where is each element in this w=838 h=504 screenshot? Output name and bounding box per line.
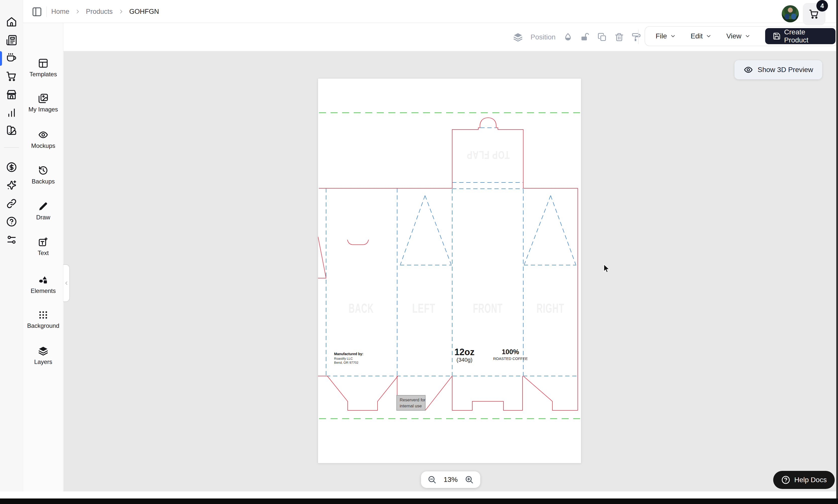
toolbar-divider [638,30,639,44]
position-toolbar-group: Position [513,23,641,51]
orders-icon[interactable] [6,35,17,46]
mfg-text-line2: Roastify LLC [334,357,353,360]
front-sub-text: ROASTED COFFEE [493,356,528,361]
history-icon [38,165,49,176]
chevron-right-icon [118,9,124,14]
rail-divider [4,147,19,148]
store-icon[interactable] [6,89,17,100]
front-pct-text: 100% [502,348,519,356]
icon-rail [0,0,23,491]
show-3d-preview-button[interactable]: Show 3D Preview [734,60,822,79]
position-label[interactable]: Position [530,33,556,41]
window-bottom-strip [0,491,838,499]
reserved-text-line1: Reserverd for [400,398,425,402]
active-indicator [0,51,2,66]
mfg-text-line1: Manufactured by: [334,352,364,356]
front-size-text: 12oz [454,347,474,357]
cart-badge: 4 [816,0,828,12]
mouse-cursor [603,264,611,275]
templates-icon [38,58,49,69]
sidebar-toggle-icon[interactable] [30,6,44,18]
design-canvas[interactable]: Reserverd for internal use TOP FLAP BACK… [64,52,838,491]
zoom-in-icon[interactable] [465,475,474,484]
billing-icon[interactable] [6,162,17,173]
edit-menu[interactable]: Edit [691,32,712,40]
artboard[interactable]: Reserverd for internal use TOP FLAP BACK… [318,78,581,463]
sidebar-item-templates[interactable]: Templates [23,58,63,78]
chevron-down-icon [705,33,712,39]
chevron-right-icon [75,9,81,14]
top-flap-label: TOP FLAP [467,149,510,161]
front-weight-text: (340g) [456,357,472,363]
help-icon[interactable] [6,216,17,227]
text-icon [38,237,49,247]
chevron-down-icon [670,33,676,39]
zoom-out-icon[interactable] [427,475,437,484]
zoom-control: 13% [421,471,480,488]
sidebar-item-layers[interactable]: Layers [23,346,63,365]
breadcrumb-products[interactable]: Products [86,8,113,16]
analytics-icon[interactable] [6,107,17,118]
sidebar-item-text[interactable]: Text [23,237,63,256]
mfg-text-line3: Bend, OR 97702 [334,361,359,364]
panel-label-right: RIGHT [537,301,564,316]
ai-tools-icon[interactable] [6,180,17,191]
layers-position-icon[interactable] [513,32,523,42]
panel-label-left: LEFT [412,301,435,316]
sidebar-item-elements[interactable]: Elements [23,275,63,294]
sidebar-item-draw[interactable]: Draw [23,201,63,221]
bleed-lines [319,113,580,419]
integrations-icon[interactable] [6,198,17,209]
cart-rail-icon[interactable] [6,71,17,82]
unlock-icon[interactable] [580,32,590,42]
tool-sidebar: Templates My Images Mockups Backups Draw… [23,23,63,491]
chevron-down-icon [745,33,751,39]
sidebar-item-backups[interactable]: Backups [23,165,63,185]
file-menu[interactable]: File [656,32,676,40]
products-icon[interactable] [6,53,17,64]
layers-icon [38,346,49,356]
breadcrumb: Home Products GOHFGN [51,0,159,23]
eye-icon [744,65,753,74]
sidebar-collapse-handle[interactable] [63,264,70,302]
images-icon [38,93,49,104]
window-bottom-bar [0,499,838,504]
breadcrumb-divider [46,6,47,17]
view-menu[interactable]: View [726,32,750,40]
trash-icon[interactable] [614,32,624,42]
pencil-icon [38,201,49,212]
breadcrumb-current: GOHFGN [129,8,159,16]
duplicate-icon[interactable] [597,32,607,42]
question-circle-icon [781,475,790,484]
cart-icon [809,9,819,19]
dieline-drawing: Reserverd for internal use TOP FLAP BACK… [318,78,581,463]
swatches-icon[interactable] [6,125,17,136]
sidebar-item-background[interactable]: Background [23,309,63,329]
home-icon[interactable] [6,16,17,28]
reserved-area: Reserverd for internal use [397,395,425,410]
cut-lines [318,118,578,410]
window-right-edge [836,0,838,499]
chevron-left-icon [64,281,69,286]
top-bar: Home Products GOHFGN 4 [23,0,838,23]
paint-roller-icon[interactable] [631,32,641,42]
menu-group: File Edit View Create Product [645,26,838,46]
sidebar-item-mockups[interactable]: Mockups [23,129,63,149]
color-droplet-icon[interactable] [563,32,573,42]
shapes-icon [38,275,49,285]
panel-label-back: BACK [349,301,374,316]
sidebar-item-my-images[interactable]: My Images [23,93,63,113]
help-docs-button[interactable]: Help Docs [773,471,835,489]
reserved-text-line2: internal use [400,403,422,408]
save-icon [773,32,781,40]
create-product-button[interactable]: Create Product [765,28,836,44]
settings-icon[interactable] [6,234,17,245]
eye-icon [38,129,49,140]
editor-toolbar: Position File Edit View Create Product [63,23,838,52]
dots-grid-icon [38,309,49,320]
avatar[interactable] [782,5,799,22]
panel-label-front: FRONT [473,301,503,316]
breadcrumb-home[interactable]: Home [51,8,69,16]
zoom-level[interactable]: 13% [442,475,459,484]
